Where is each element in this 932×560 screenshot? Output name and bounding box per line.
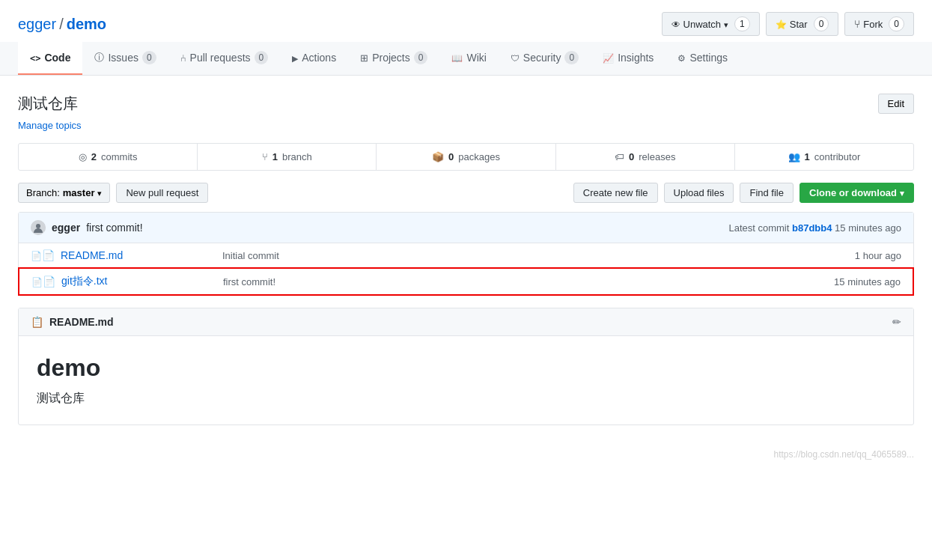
file-name-git[interactable]: git指令.txt — [61, 275, 211, 288]
readme-paragraph: 测试仓库 — [37, 391, 895, 407]
repo-description-section: 测试仓库 Edit — [18, 94, 914, 114]
avatar — [31, 220, 46, 235]
stats-bar: ◎ 2 commits ⑂ 1 branch 📦 0 packages 🏷 0 … — [18, 143, 914, 171]
projects-icon — [360, 52, 368, 64]
upload-files-button[interactable]: Upload files — [664, 183, 734, 203]
repo-owner[interactable]: egger — [18, 16, 56, 33]
unwatch-button[interactable]: Unwatch 1 — [662, 12, 760, 36]
branch-icon: ⑂ — [262, 151, 268, 162]
contributors-icon: 👥 — [788, 151, 800, 162]
insights-icon — [603, 52, 614, 64]
security-icon — [511, 52, 520, 64]
edit-button[interactable]: Edit — [878, 94, 914, 114]
tab-projects[interactable]: Projects 0 — [348, 42, 439, 75]
main-content: 测试仓库 Edit Manage topics ◎ 2 commits ⑂ 1 … — [0, 76, 932, 425]
left-toolbar: Branch: master New pull request — [18, 183, 208, 203]
branch-dropdown-icon — [97, 187, 102, 198]
issue-icon — [94, 51, 104, 64]
file-time-git: 15 minutes ago — [834, 276, 901, 287]
releases-stat[interactable]: 🏷 0 releases — [556, 144, 735, 170]
tab-issues[interactable]: Issues 0 — [82, 42, 168, 75]
contributors-stat[interactable]: 👥 1 contributor — [735, 144, 913, 170]
pr-icon — [180, 52, 186, 64]
new-pull-request-button[interactable]: New pull request — [116, 183, 208, 203]
file-icon-git: 📄 — [31, 276, 55, 287]
readme-header: 📋 README.md ✏ — [19, 308, 913, 336]
manage-topics-link[interactable]: Manage topics — [18, 120, 914, 131]
settings-icon — [677, 52, 686, 64]
actions-icon — [292, 52, 298, 64]
tab-wiki[interactable]: Wiki — [439, 42, 498, 75]
repo-description: 测试仓库 — [18, 94, 78, 114]
clone-or-download-button[interactable]: Clone or download — [799, 183, 914, 203]
readme-heading: demo — [37, 354, 895, 382]
commit-header: egger first commit! Latest commit b87dbb… — [19, 213, 913, 243]
tab-code[interactable]: Code — [18, 42, 82, 75]
file-list: egger first commit! Latest commit b87dbb… — [18, 212, 914, 296]
commits-stat[interactable]: ◎ 2 commits — [19, 144, 198, 170]
file-toolbar: Branch: master New pull request Create n… — [18, 183, 914, 212]
repo-header: egger / demo Unwatch 1 Star 0 Fork 0 — [0, 0, 932, 42]
find-file-button[interactable]: Find file — [740, 183, 794, 203]
branches-stat[interactable]: ⑂ 1 branch — [198, 144, 377, 170]
file-commit-readme: Initial commit — [210, 250, 855, 261]
package-icon: 📦 — [432, 151, 444, 162]
pencil-icon[interactable]: ✏ — [892, 316, 901, 328]
star-button[interactable]: Star 0 — [766, 12, 839, 36]
tab-pull-requests[interactable]: Pull requests 0 — [168, 42, 281, 75]
right-toolbar: Create new file Upload files Find file C… — [573, 183, 914, 203]
dropdown-icon — [724, 19, 728, 30]
file-name-readme[interactable]: README.md — [61, 249, 210, 261]
commits-icon: ◎ — [79, 151, 87, 162]
readme-body: demo 测试仓库 — [19, 336, 913, 424]
clone-dropdown-icon — [900, 187, 904, 198]
releases-icon: 🏷 — [615, 151, 624, 162]
readme-section: 📋 README.md ✏ demo 测试仓库 — [18, 308, 914, 425]
repo-path: egger / demo — [18, 16, 106, 33]
file-icon-readme: 📄 — [31, 249, 55, 261]
repo-actions: Unwatch 1 Star 0 Fork 0 — [662, 12, 914, 36]
repo-name[interactable]: demo — [67, 16, 106, 33]
svg-point-1 — [36, 224, 40, 228]
fork-icon — [854, 18, 860, 30]
wiki-icon — [451, 52, 463, 64]
file-row-git-commands: 📄 git指令.txt first commit! 15 minutes ago — [18, 267, 914, 296]
branch-selector[interactable]: Branch: master — [18, 183, 110, 203]
repo-separator: / — [59, 16, 64, 33]
fork-button[interactable]: Fork 0 — [844, 12, 914, 36]
footer-watermark: https://blog.csdn.net/qq_4065589... — [0, 443, 932, 466]
file-row-readme: 📄 README.md Initial commit 1 hour ago — [19, 243, 913, 268]
book-icon: 📋 — [31, 316, 43, 328]
tab-insights[interactable]: Insights — [591, 42, 666, 75]
commit-meta: Latest commit b87dbb4 15 minutes ago — [728, 222, 901, 234]
file-time-readme: 1 hour ago — [855, 250, 901, 261]
eye-icon — [671, 19, 680, 30]
tab-settings[interactable]: Settings — [666, 42, 740, 75]
nav-tabs: Code Issues 0 Pull requests 0 Actions Pr… — [0, 42, 932, 76]
star-icon — [776, 19, 787, 30]
readme-title: 📋 README.md — [31, 316, 114, 328]
tab-actions[interactable]: Actions — [280, 42, 348, 75]
file-commit-git: first commit! — [211, 276, 834, 287]
tab-security[interactable]: Security 0 — [499, 42, 591, 75]
create-new-file-button[interactable]: Create new file — [573, 183, 658, 203]
packages-stat[interactable]: 📦 0 packages — [377, 144, 555, 170]
code-icon — [30, 52, 40, 64]
